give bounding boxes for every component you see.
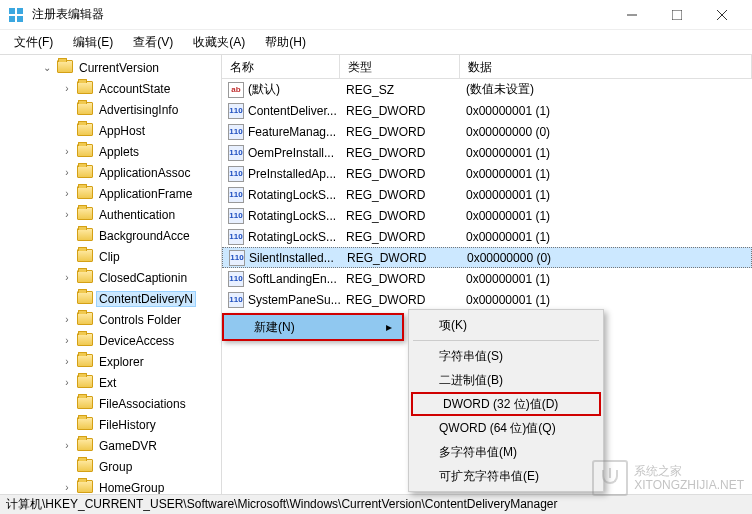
tree-node[interactable]: ›Authentication <box>0 204 221 225</box>
expand-icon[interactable]: › <box>60 83 74 94</box>
close-button[interactable] <box>699 0 744 30</box>
cell-data: 0x00000000 (0) <box>460 125 752 139</box>
folder-icon <box>77 333 93 349</box>
expand-icon[interactable]: › <box>60 335 74 346</box>
tree-node[interactable]: ›DeviceAccess <box>0 330 221 351</box>
context-sub-item[interactable]: 字符串值(S) <box>409 344 603 368</box>
list-row[interactable]: 110SystemPaneSu...REG_DWORD0x00000001 (1… <box>222 289 752 310</box>
tree-node-label: Clip <box>96 250 123 264</box>
folder-icon <box>77 375 93 391</box>
statusbar-path: 计算机\HKEY_CURRENT_USER\Software\Microsoft… <box>6 496 558 513</box>
folder-icon <box>77 228 93 244</box>
folder-icon <box>77 186 93 202</box>
list-row[interactable]: 110PreInstalledAp...REG_DWORD0x00000001 … <box>222 163 752 184</box>
tree-node-label: HomeGroup <box>96 481 167 495</box>
tree-node[interactable]: ContentDeliveryN <box>0 288 221 309</box>
tree-node[interactable]: Clip <box>0 246 221 267</box>
context-sub-item[interactable]: DWORD (32 位)值(D) <box>411 392 601 416</box>
tree-node[interactable]: ›ApplicationFrame <box>0 183 221 204</box>
svg-rect-3 <box>17 16 23 22</box>
minimize-button[interactable] <box>609 0 654 30</box>
list-row[interactable]: 110SilentInstalled...REG_DWORD0x00000000… <box>222 247 752 268</box>
tree-node[interactable]: ›Controls Folder <box>0 309 221 330</box>
context-new-item[interactable]: 新建(N) ▸ <box>222 313 404 341</box>
expand-icon[interactable]: › <box>60 377 74 388</box>
context-sub-item[interactable]: 二进制值(B) <box>409 368 603 392</box>
folder-icon <box>77 249 93 265</box>
tree-node[interactable]: AppHost <box>0 120 221 141</box>
context-sub-item[interactable]: 可扩充字符串值(E) <box>409 464 603 488</box>
cell-type: REG_DWORD <box>340 125 460 139</box>
list-row[interactable]: ab(默认)REG_SZ(数值未设置) <box>222 79 752 100</box>
cell-name: 110RotatingLockS... <box>222 208 340 224</box>
list-row[interactable]: 110RotatingLockS...REG_DWORD0x00000001 (… <box>222 184 752 205</box>
list-row[interactable]: 110RotatingLockS...REG_DWORD0x00000001 (… <box>222 205 752 226</box>
tree-node[interactable]: ›ClosedCaptionin <box>0 267 221 288</box>
tree-node[interactable]: FileAssociations <box>0 393 221 414</box>
cell-type: REG_DWORD <box>340 230 460 244</box>
expand-icon[interactable]: › <box>60 146 74 157</box>
tree-node-label: Authentication <box>96 208 178 222</box>
context-sub-item[interactable]: QWORD (64 位)值(Q) <box>409 416 603 440</box>
list-row[interactable]: 110OemPreInstall...REG_DWORD0x00000001 (… <box>222 142 752 163</box>
expand-icon[interactable]: › <box>60 167 74 178</box>
list-row[interactable]: 110SoftLandingEn...REG_DWORD0x00000001 (… <box>222 268 752 289</box>
expand-icon[interactable]: › <box>60 272 74 283</box>
column-header-data[interactable]: 数据 <box>460 55 752 78</box>
tree-node-label: Applets <box>96 145 142 159</box>
context-new-label: 新建(N) <box>254 319 295 336</box>
tree-panel[interactable]: ⌄ CurrentVersion ›AccountStateAdvertisin… <box>0 55 222 494</box>
value-icon: 110 <box>228 166 244 182</box>
menu-view[interactable]: 查看(V) <box>123 32 183 53</box>
value-icon: 110 <box>228 124 244 140</box>
folder-icon <box>77 123 93 139</box>
expand-icon[interactable]: › <box>60 482 74 493</box>
context-sub-item[interactable]: 多字符串值(M) <box>409 440 603 464</box>
tree-node[interactable]: AdvertisingInfo <box>0 99 221 120</box>
folder-icon <box>77 354 93 370</box>
tree-node[interactable]: ›Applets <box>0 141 221 162</box>
tree-node[interactable]: BackgroundAcce <box>0 225 221 246</box>
tree-node[interactable]: ›ApplicationAssoc <box>0 162 221 183</box>
expand-icon[interactable]: › <box>60 440 74 451</box>
content-area: ⌄ CurrentVersion ›AccountStateAdvertisin… <box>0 54 752 494</box>
list-row[interactable]: 110FeatureManag...REG_DWORD0x00000000 (0… <box>222 121 752 142</box>
value-icon: 110 <box>228 145 244 161</box>
cell-data: 0x00000001 (1) <box>460 209 752 223</box>
menu-help[interactable]: 帮助(H) <box>255 32 316 53</box>
column-header-name[interactable]: 名称 <box>222 55 340 78</box>
maximize-button[interactable] <box>654 0 699 30</box>
list-panel[interactable]: 名称 类型 数据 ab(默认)REG_SZ(数值未设置)110ContentDe… <box>222 55 752 494</box>
expand-icon[interactable]: › <box>60 209 74 220</box>
cell-name: 110RotatingLockS... <box>222 229 340 245</box>
tree-node[interactable]: ›HomeGroup <box>0 477 221 494</box>
titlebar: 注册表编辑器 <box>0 0 752 30</box>
tree-root-node[interactable]: ⌄ CurrentVersion <box>0 57 221 78</box>
cell-type: REG_DWORD <box>340 188 460 202</box>
tree-node[interactable]: FileHistory <box>0 414 221 435</box>
tree-node[interactable]: ›GameDVR <box>0 435 221 456</box>
menu-file[interactable]: 文件(F) <box>4 32 63 53</box>
tree-node[interactable]: ›Ext <box>0 372 221 393</box>
context-sub-item[interactable]: 项(K) <box>409 313 603 337</box>
cell-name: 110OemPreInstall... <box>222 145 340 161</box>
tree-node-label: BackgroundAcce <box>96 229 193 243</box>
folder-icon <box>77 480 93 495</box>
tree-node-label: AppHost <box>96 124 148 138</box>
list-row[interactable]: 110ContentDeliver...REG_DWORD0x00000001 … <box>222 100 752 121</box>
menu-edit[interactable]: 编辑(E) <box>63 32 123 53</box>
tree-node[interactable]: ›Explorer <box>0 351 221 372</box>
value-icon: 110 <box>229 250 245 266</box>
tree-node-label: DeviceAccess <box>96 334 177 348</box>
expand-icon[interactable]: › <box>60 188 74 199</box>
column-header-type[interactable]: 类型 <box>340 55 460 78</box>
expand-icon[interactable]: › <box>60 314 74 325</box>
tree-node[interactable]: ›AccountState <box>0 78 221 99</box>
list-row[interactable]: 110RotatingLockS...REG_DWORD0x00000001 (… <box>222 226 752 247</box>
tree-node[interactable]: Group <box>0 456 221 477</box>
cell-name: 110SoftLandingEn... <box>222 271 340 287</box>
menu-favorites[interactable]: 收藏夹(A) <box>183 32 255 53</box>
expand-icon[interactable]: › <box>60 356 74 367</box>
tree-node-label: ClosedCaptionin <box>96 271 190 285</box>
collapse-icon[interactable]: ⌄ <box>40 62 54 73</box>
